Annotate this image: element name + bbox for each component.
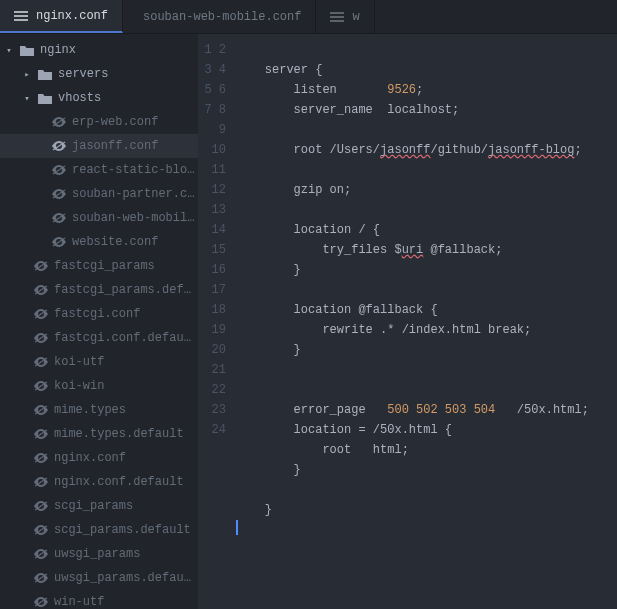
file-untracked-icon: [34, 405, 48, 415]
file-untracked-icon: [34, 429, 48, 439]
tree-file[interactable]: mime.types: [0, 398, 198, 422]
tree-file[interactable]: nginx.conf.default: [0, 470, 198, 494]
tree-file[interactable]: fastcgi_params: [0, 254, 198, 278]
tree-file[interactable]: souban-partner.conf: [0, 182, 198, 206]
tree-label: nginx.conf.default: [54, 475, 184, 489]
file-untracked-icon: [52, 237, 66, 247]
file-untracked-icon: [34, 453, 48, 463]
tree-file[interactable]: fastcgi.conf.default: [0, 326, 198, 350]
chevron-down-icon: ▾: [22, 93, 32, 104]
tree-label: fastcgi_params.default: [54, 283, 198, 297]
hamburger-icon: [14, 11, 28, 21]
tree-file[interactable]: fastcgi.conf: [0, 302, 198, 326]
tab-w[interactable]: w: [316, 0, 374, 33]
tree-label: nginx: [40, 43, 76, 57]
tree-folder-root[interactable]: ▾ nginx: [0, 38, 198, 62]
tree-file[interactable]: jasonff.conf: [0, 134, 198, 158]
tree-label: fastcgi.conf.default: [54, 331, 198, 345]
chevron-right-icon: ▸: [22, 69, 32, 80]
tree-file[interactable]: nginx.conf: [0, 446, 198, 470]
tab-nginx-conf[interactable]: nginx.conf: [0, 0, 123, 33]
folder-icon: [38, 69, 52, 80]
file-untracked-icon: [34, 357, 48, 367]
tree-file[interactable]: uwsgi_params: [0, 542, 198, 566]
tree-folder-servers[interactable]: ▸ servers: [0, 62, 198, 86]
file-untracked-icon: [52, 213, 66, 223]
tree-file[interactable]: erp-web.conf: [0, 110, 198, 134]
file-untracked-icon: [34, 573, 48, 583]
tree-file[interactable]: win-utf: [0, 590, 198, 609]
tree-label: souban-web-mobile.c: [72, 211, 198, 225]
tree-label: erp-web.conf: [72, 115, 158, 129]
tree-file[interactable]: scgi_params: [0, 494, 198, 518]
editor[interactable]: 1 2 3 4 5 6 7 8 9 10 11 12 13 14 15 16 1…: [198, 34, 617, 609]
tree-file[interactable]: mime.types.default: [0, 422, 198, 446]
tree-label: souban-partner.conf: [72, 187, 198, 201]
tree-file[interactable]: website.conf: [0, 230, 198, 254]
tree-label: uwsgi_params: [54, 547, 140, 561]
tree-file[interactable]: koi-utf: [0, 350, 198, 374]
tree-file[interactable]: koi-win: [0, 374, 198, 398]
tab-label: souban-web-mobile.conf: [143, 10, 301, 24]
folder-icon: [20, 45, 34, 56]
tree-file[interactable]: uwsgi_params.default: [0, 566, 198, 590]
tree-label: mime.types: [54, 403, 126, 417]
tab-souban[interactable]: souban-web-mobile.conf: [123, 0, 316, 33]
tab-label: w: [352, 10, 359, 24]
tree-label: vhosts: [58, 91, 101, 105]
cursor: [236, 520, 238, 535]
file-untracked-icon: [34, 285, 48, 295]
tree-label: nginx.conf: [54, 451, 126, 465]
tab-bar: nginx.conf souban-web-mobile.conf w: [0, 0, 617, 34]
tree-label: scgi_params.default: [54, 523, 191, 537]
hamburger-icon: [330, 12, 344, 22]
file-untracked-icon: [34, 477, 48, 487]
tree-label: koi-win: [54, 379, 104, 393]
file-untracked-icon: [34, 597, 48, 607]
file-untracked-icon: [34, 333, 48, 343]
tab-label: nginx.conf: [36, 9, 108, 23]
tree-label: koi-utf: [54, 355, 104, 369]
file-untracked-icon: [34, 261, 48, 271]
folder-icon: [38, 93, 52, 104]
line-gutter: 1 2 3 4 5 6 7 8 9 10 11 12 13 14 15 16 1…: [198, 34, 236, 609]
file-untracked-icon: [52, 189, 66, 199]
file-tree: ▾ nginx ▸ servers ▾ vhosts erp-web.confj…: [0, 34, 198, 609]
file-untracked-icon: [34, 549, 48, 559]
file-untracked-icon: [34, 501, 48, 511]
tree-label: servers: [58, 67, 108, 81]
tree-label: uwsgi_params.default: [54, 571, 198, 585]
tree-file[interactable]: fastcgi_params.default: [0, 278, 198, 302]
file-untracked-icon: [52, 141, 66, 151]
tree-label: jasonff.conf: [72, 139, 158, 153]
code-area[interactable]: server { listen 9526; server_name localh…: [236, 34, 617, 609]
file-untracked-icon: [52, 117, 66, 127]
file-untracked-icon: [34, 309, 48, 319]
tree-label: website.conf: [72, 235, 158, 249]
tree-file[interactable]: react-static-blog.con: [0, 158, 198, 182]
tree-label: win-utf: [54, 595, 104, 609]
tree-file[interactable]: souban-web-mobile.c: [0, 206, 198, 230]
file-untracked-icon: [52, 165, 66, 175]
tree-label: fastcgi.conf: [54, 307, 140, 321]
tree-folder-vhosts[interactable]: ▾ vhosts: [0, 86, 198, 110]
tree-label: react-static-blog.con: [72, 163, 198, 177]
tree-label: fastcgi_params: [54, 259, 155, 273]
tree-label: mime.types.default: [54, 427, 184, 441]
chevron-down-icon: ▾: [4, 45, 14, 56]
tree-file[interactable]: scgi_params.default: [0, 518, 198, 542]
tree-label: scgi_params: [54, 499, 133, 513]
file-untracked-icon: [34, 381, 48, 391]
file-untracked-icon: [34, 525, 48, 535]
